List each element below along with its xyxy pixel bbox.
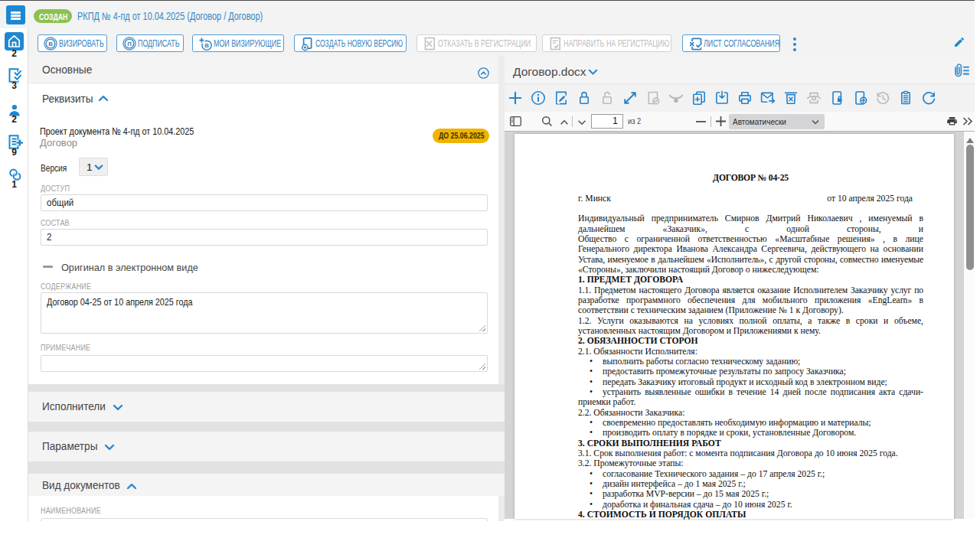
svg-text:В: В	[48, 41, 53, 47]
svg-text:В: В	[204, 42, 209, 49]
svg-text:П: П	[127, 41, 132, 47]
